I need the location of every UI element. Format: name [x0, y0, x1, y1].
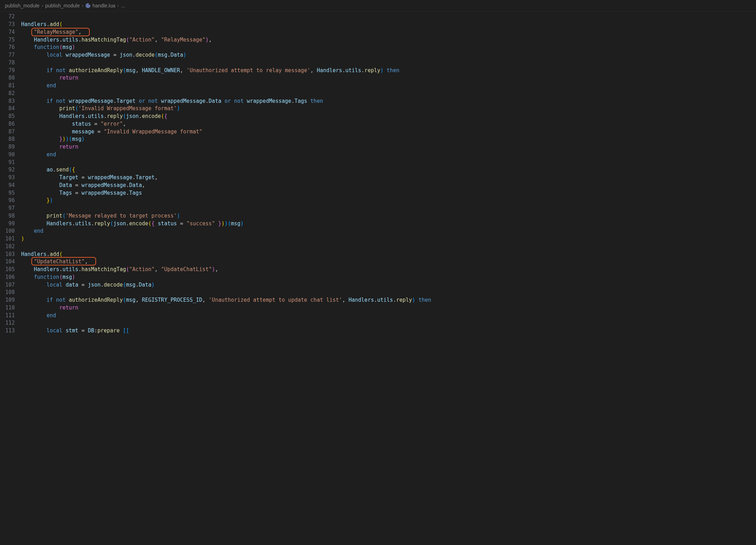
- line-number: 110: [0, 304, 15, 312]
- code-line[interactable]: [21, 90, 749, 98]
- line-number: 90: [0, 151, 15, 159]
- line-number: 104: [0, 258, 15, 266]
- line-number: 96: [0, 197, 15, 205]
- code-line[interactable]: Handlers.add(: [21, 21, 749, 29]
- line-number: 78: [0, 59, 15, 67]
- code-line[interactable]: [21, 319, 749, 327]
- line-number: 75: [0, 36, 15, 44]
- code-line[interactable]: function(msg): [21, 274, 749, 281]
- code-line[interactable]: print('Message relayed to target process…: [21, 212, 749, 220]
- code-line[interactable]: local data = json.decode(msg.Data): [21, 281, 749, 289]
- line-number: 93: [0, 174, 15, 182]
- code-line[interactable]: Data = wrappedMessage.Data,: [21, 182, 749, 189]
- code-line[interactable]: }))(msg): [21, 136, 749, 143]
- lua-file-icon: [86, 3, 90, 8]
- line-number: 73: [0, 21, 15, 29]
- line-number: 85: [0, 113, 15, 120]
- line-number: 98: [0, 212, 15, 220]
- code-line[interactable]: "UpdateChatList",: [21, 258, 749, 266]
- code-line[interactable]: print('Invalid WrappedMessage format'): [21, 105, 749, 113]
- code-line[interactable]: Handlers.add(: [21, 251, 749, 258]
- line-number: 99: [0, 220, 15, 228]
- breadcrumb-seg-2[interactable]: publish_module: [45, 2, 80, 9]
- code-line[interactable]: status = "error",: [21, 120, 749, 128]
- code-line[interactable]: return: [21, 74, 749, 82]
- line-number: 89: [0, 143, 15, 151]
- code-line[interactable]: }): [21, 197, 749, 205]
- code-line[interactable]: [21, 243, 749, 251]
- chevron-icon: ›: [42, 2, 43, 9]
- code-line[interactable]: end: [21, 312, 749, 320]
- code-line[interactable]: if not wrappedMessage.Target or not wrap…: [21, 98, 749, 105]
- line-number: 92: [0, 166, 15, 174]
- code-line[interactable]: message = "Invalid WrappedMessage format…: [21, 128, 749, 136]
- breadcrumb-tail[interactable]: ...: [121, 2, 125, 9]
- chevron-icon: ›: [117, 2, 119, 9]
- code-line[interactable]: if not authorizeAndReply(msg, REGISTRY_P…: [21, 296, 749, 304]
- line-number: 94: [0, 182, 15, 189]
- line-number: 80: [0, 74, 15, 82]
- line-number: 113: [0, 327, 15, 335]
- code-line[interactable]: Tags = wrappedMessage.Tags: [21, 189, 749, 197]
- breadcrumb-file[interactable]: handle.lua: [93, 2, 115, 9]
- code-line[interactable]: end: [21, 82, 749, 90]
- line-number: 100: [0, 227, 15, 235]
- line-number: 105: [0, 266, 15, 274]
- line-number: 112: [0, 319, 15, 327]
- line-number: 108: [0, 289, 15, 296]
- line-number: 102: [0, 243, 15, 251]
- code-line[interactable]: Handlers.utils.hasMatchingTag("Action", …: [21, 36, 749, 44]
- code-line[interactable]: end: [21, 151, 749, 159]
- line-number: 72: [0, 13, 15, 21]
- chevron-icon: ›: [82, 2, 83, 9]
- code-line[interactable]: Handlers.utils.hasMatchingTag("Action", …: [21, 266, 749, 274]
- line-number: 106: [0, 274, 15, 281]
- code-line[interactable]: [21, 289, 749, 296]
- code-area[interactable]: Handlers.add( "RelayMessage", Handlers.u…: [21, 13, 756, 335]
- line-number: 111: [0, 312, 15, 320]
- line-number: 95: [0, 189, 15, 197]
- code-line[interactable]: [21, 59, 749, 67]
- line-number: 91: [0, 159, 15, 167]
- line-number: 107: [0, 281, 15, 289]
- line-number: 83: [0, 98, 15, 105]
- line-number: 97: [0, 205, 15, 212]
- line-number: 76: [0, 44, 15, 51]
- line-number: 81: [0, 82, 15, 90]
- line-number: 74: [0, 29, 15, 36]
- code-line[interactable]: ao.send({: [21, 166, 749, 174]
- code-line[interactable]: return: [21, 304, 749, 312]
- line-number: 87: [0, 128, 15, 136]
- code-line[interactable]: end: [21, 227, 749, 235]
- code-line[interactable]: Handlers.utils.reply(json.encode({ statu…: [21, 220, 749, 228]
- code-editor[interactable]: 7273747576777879808182838485868788899091…: [0, 12, 756, 335]
- line-number: 103: [0, 251, 15, 258]
- line-number: 101: [0, 235, 15, 243]
- code-line[interactable]: [21, 13, 749, 21]
- line-number: 84: [0, 105, 15, 113]
- line-number: 79: [0, 67, 15, 75]
- code-line[interactable]: [21, 205, 749, 212]
- code-line[interactable]: local wrappedMessage = json.decode(msg.D…: [21, 51, 749, 59]
- code-line[interactable]: [21, 159, 749, 167]
- line-number-gutter: 7273747576777879808182838485868788899091…: [0, 13, 21, 335]
- code-line[interactable]: Handlers.utils.reply(json.encode({: [21, 113, 749, 120]
- code-line[interactable]: if not authorizeAndReply(msg, HANDLE_OWN…: [21, 67, 749, 75]
- code-line[interactable]: Target = wrappedMessage.Target,: [21, 174, 749, 182]
- line-number: 88: [0, 136, 15, 143]
- code-line[interactable]: function(msg): [21, 44, 749, 51]
- line-number: 82: [0, 90, 15, 98]
- code-line[interactable]: ): [21, 235, 749, 243]
- line-number: 77: [0, 51, 15, 59]
- code-line[interactable]: return: [21, 143, 749, 151]
- code-line[interactable]: "RelayMessage",: [21, 29, 749, 36]
- line-number: 109: [0, 296, 15, 304]
- breadcrumb-seg-1[interactable]: publish_module: [5, 2, 39, 9]
- line-number: 86: [0, 120, 15, 128]
- code-line[interactable]: local stmt = DB:prepare [[: [21, 327, 749, 335]
- breadcrumb[interactable]: publish_module › publish_module › handle…: [0, 0, 756, 12]
